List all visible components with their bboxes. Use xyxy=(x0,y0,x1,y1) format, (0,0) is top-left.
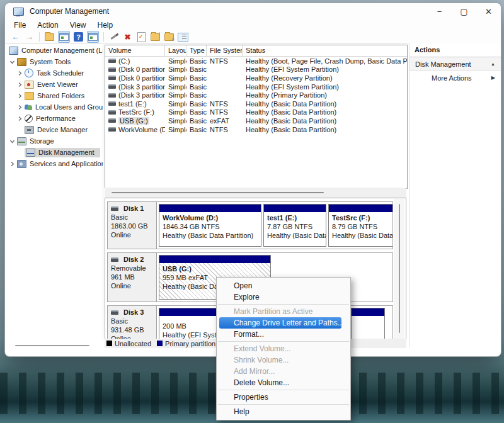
menu-item-help[interactable]: Help xyxy=(217,406,350,417)
system-tools-icon xyxy=(17,58,26,66)
tree-item-computer-management[interactable]: Computer Management (Local xyxy=(6,45,103,56)
table-row[interactable]: (Disk 0 partition 1) SimpleBasic Healthy… xyxy=(105,65,407,74)
table-row[interactable]: (Disk 0 partition 4) SimpleBasic Healthy… xyxy=(105,74,407,82)
forward-icon[interactable]: → xyxy=(24,31,35,42)
device-manager-icon xyxy=(25,126,34,134)
window-controls: − ▢ ✕ xyxy=(427,3,501,20)
column-layout[interactable]: Layout xyxy=(165,45,186,56)
minimize-icon[interactable]: − xyxy=(427,3,452,20)
disk-2-label[interactable]: Disk 2 Removable 961 MB Online xyxy=(108,253,157,302)
menu-item-delete-volume[interactable]: Delete Volume... xyxy=(217,377,350,388)
more-actions-item[interactable]: More Actions ▶ xyxy=(410,71,501,84)
disk-view-vertical-scrollbar[interactable] xyxy=(394,199,404,340)
menu-item-format[interactable]: Format... xyxy=(217,329,350,340)
partition-color-bar xyxy=(329,205,392,212)
menu-action[interactable]: Action xyxy=(32,21,64,30)
disk-1-label[interactable]: Disk 1 Basic 1863.00 GB Online xyxy=(108,202,157,249)
disk-icon xyxy=(111,206,118,211)
actions-section-disk-management[interactable]: Disk Management ▲ xyxy=(410,57,501,71)
collapse-icon[interactable]: ▲ xyxy=(491,62,495,66)
table-row[interactable]: (C:) SimpleBasic NTFSHealthy (Boot, Page… xyxy=(105,57,407,65)
console-tree: Computer Management (Local System Tools … xyxy=(6,45,103,339)
local-users-icon xyxy=(25,104,32,110)
chevron-right-icon[interactable] xyxy=(14,116,25,121)
chevron-down-icon[interactable] xyxy=(7,59,17,65)
table-row[interactable]: WorkVolume (D:) SimpleBasic NTFSHealthy … xyxy=(105,125,407,134)
event-viewer-icon xyxy=(25,81,34,89)
column-file-system[interactable]: File System xyxy=(207,45,243,56)
partition-test1[interactable]: test1 (E:) 7.87 GB NTFS Healthy (Basic D… xyxy=(263,204,326,247)
volume-icon xyxy=(108,76,116,80)
console-tree-icon[interactable] xyxy=(58,31,70,43)
performance-icon xyxy=(25,115,33,123)
partition-partial[interactable] xyxy=(351,308,385,339)
task-scheduler-icon xyxy=(25,69,33,77)
menu-separator xyxy=(218,390,349,390)
table-row[interactable]: (Disk 3 partition 1) SimpleBasic Healthy… xyxy=(105,82,407,91)
help-icon[interactable]: ? xyxy=(73,31,84,42)
menu-item-explore[interactable]: Explore xyxy=(217,291,350,303)
tree-item-services-applications[interactable]: Services and Applications xyxy=(6,158,103,169)
chevron-right-icon[interactable] xyxy=(7,161,17,167)
selected-tree-item: Disk Management xyxy=(25,148,100,157)
action-pane-icon[interactable] xyxy=(87,31,99,43)
menu-view[interactable]: View xyxy=(64,21,92,30)
unallocated-color-swatch xyxy=(106,341,112,346)
column-status[interactable]: Status xyxy=(243,45,407,56)
tree-item-system-tools[interactable]: System Tools xyxy=(6,56,103,67)
tree-item-event-viewer[interactable]: Event Viewer xyxy=(6,79,103,90)
actions-pane-title: Actions xyxy=(410,43,501,57)
tree-item-performance[interactable]: Performance xyxy=(6,113,103,124)
menu-help[interactable]: Help xyxy=(92,21,119,30)
table-row[interactable]: (Disk 3 partition 2) SimpleBasic Healthy… xyxy=(105,91,407,99)
menu-separator xyxy=(218,304,349,305)
column-volume[interactable]: Volume xyxy=(105,45,165,56)
close-icon[interactable]: ✕ xyxy=(476,3,501,20)
tree-item-device-manager[interactable]: Device Manager xyxy=(6,124,103,135)
volume-icon xyxy=(108,59,116,63)
tree-item-shared-folders[interactable]: Shared Folders xyxy=(6,90,103,101)
chevron-right-icon[interactable] xyxy=(14,82,25,87)
computer-management-icon xyxy=(13,8,24,16)
tree-item-storage[interactable]: Storage xyxy=(6,135,103,147)
disk-icon xyxy=(111,257,118,262)
folder-search-icon[interactable]: ○ xyxy=(164,31,175,42)
partition-testsrc[interactable]: TestSrc (F:) 8.79 GB NTFS Healthy (Basic… xyxy=(328,204,392,247)
chevron-right-icon[interactable] xyxy=(14,93,25,99)
menu-item-extend-volume: Extend Volume... xyxy=(217,343,350,354)
menu-item-open[interactable]: Open xyxy=(217,280,350,291)
partition-color-bar xyxy=(264,205,326,212)
menu-item-shrink-volume: Shrink Volume... xyxy=(217,354,350,366)
menu-bar: File Action View Help xyxy=(5,20,501,30)
partition-workvolume[interactable]: WorkVolume (D:) 1846.34 GB NTFS Healthy … xyxy=(159,204,261,247)
tool-icon[interactable] xyxy=(108,31,119,42)
tree-item-task-scheduler[interactable]: Task Scheduler xyxy=(6,67,103,79)
menu-item-properties[interactable]: Properties xyxy=(217,392,350,403)
table-row[interactable]: test1 (E:) SimpleBasic NTFSHealthy (Basi… xyxy=(105,99,407,108)
menu-file[interactable]: File xyxy=(8,21,32,30)
volume-list-horizontal-scrollbar[interactable] xyxy=(105,188,406,198)
maximize-icon[interactable]: ▢ xyxy=(452,3,476,20)
tree-item-disk-management[interactable]: Disk Management xyxy=(6,147,103,158)
chevron-right-icon[interactable] xyxy=(14,70,25,76)
delete-icon[interactable]: ✖ xyxy=(122,31,133,42)
chevron-right-icon[interactable] xyxy=(14,104,25,110)
column-type[interactable]: Type xyxy=(186,45,207,56)
partition-color-bar xyxy=(159,256,270,263)
back-icon[interactable]: ← xyxy=(10,31,21,42)
toolbar-separator xyxy=(39,32,40,42)
table-row[interactable]: TestSrc (F:) SimpleBasic NTFSHealthy (Ba… xyxy=(105,108,407,117)
tree-item-local-users-groups[interactable]: Local Users and Groups xyxy=(6,101,103,113)
properties-list-icon[interactable] xyxy=(178,31,188,42)
menu-item-change-drive-letter[interactable]: Change Drive Letter and Paths... xyxy=(219,317,341,329)
volume-list-header: Volume Layout Type File System Status xyxy=(105,45,407,57)
tree-horizontal-scrollbar[interactable] xyxy=(6,342,103,349)
partition-color-bar xyxy=(159,205,261,212)
up-folder-icon[interactable] xyxy=(44,31,55,42)
check-document-icon[interactable] xyxy=(136,31,147,42)
disk-3-label[interactable]: Disk 3 Basic 931.48 GB Online xyxy=(108,306,157,341)
chevron-down-icon[interactable] xyxy=(7,138,17,144)
folder-up-icon[interactable]: ↑ xyxy=(150,31,161,42)
table-row-usb-selected[interactable]: USB (G:) SimpleBasic exFATHealthy (Basic… xyxy=(105,116,407,125)
disk-management-icon xyxy=(26,149,35,157)
